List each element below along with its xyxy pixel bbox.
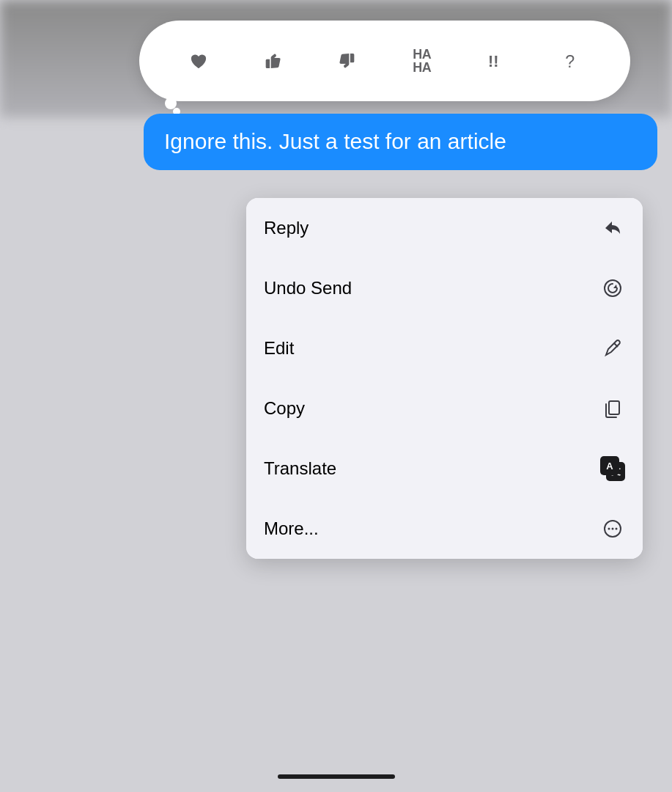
menu-item-translate[interactable]: Translate A 文 (246, 439, 643, 499)
reaction-question[interactable]: ? (549, 39, 593, 83)
reaction-thumbsdown[interactable] (325, 39, 369, 83)
menu-label-translate: Translate (264, 458, 336, 479)
reaction-heart[interactable] (177, 39, 221, 83)
home-indicator (278, 774, 395, 779)
menu-label-edit: Edit (264, 338, 294, 359)
svg-point-8 (616, 528, 618, 530)
menu-item-reply[interactable]: Reply (246, 198, 643, 258)
context-menu: Reply Undo Send Edit Copy (246, 198, 643, 559)
svg-text:!!: !! (489, 52, 500, 70)
message-text: Ignore this. Just a test for an article (164, 129, 506, 153)
undo-send-icon (600, 276, 625, 301)
menu-item-copy[interactable]: Copy (246, 378, 643, 439)
reaction-bar: HAHA !! ? (139, 21, 630, 101)
haha-text: HAHA (413, 48, 431, 74)
svg-point-6 (608, 528, 610, 530)
svg-point-2 (605, 280, 621, 296)
menu-label-undo-send: Undo Send (264, 278, 352, 298)
menu-label-reply: Reply (264, 218, 309, 238)
menu-item-undo-send[interactable]: Undo Send (246, 258, 643, 318)
svg-text:?: ? (565, 52, 575, 71)
menu-label-more: More... (264, 518, 319, 539)
more-icon (600, 516, 625, 541)
reaction-emphasis[interactable]: !! (474, 39, 518, 83)
copy-icon (600, 396, 625, 421)
reaction-haha[interactable]: HAHA (400, 39, 444, 83)
translate-icon-a: A (600, 456, 619, 475)
menu-item-more[interactable]: More... (246, 499, 643, 559)
svg-rect-4 (609, 401, 619, 414)
menu-label-copy: Copy (264, 398, 305, 419)
edit-icon (600, 336, 625, 361)
translate-icon: A 文 (600, 456, 625, 481)
reply-icon (600, 216, 625, 241)
message-bubble: Ignore this. Just a test for an article (144, 114, 657, 170)
reaction-thumbsup[interactable] (251, 39, 295, 83)
menu-item-edit[interactable]: Edit (246, 318, 643, 378)
svg-point-7 (612, 528, 614, 530)
